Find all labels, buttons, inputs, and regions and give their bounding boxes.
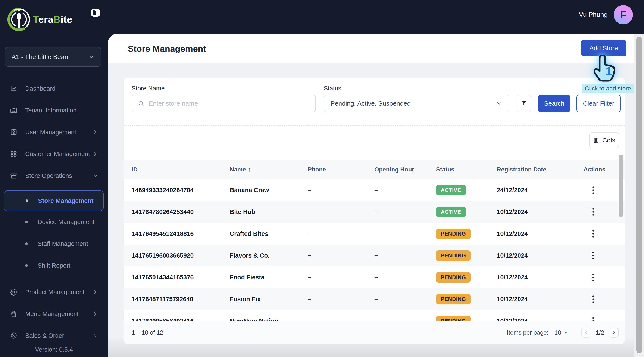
filter-separator (124, 126, 625, 126)
sidebar-item-customer-management[interactable]: Customer Management (0, 143, 108, 165)
cell-opening-hour: – (374, 317, 436, 321)
cell-registration-date: 10/12/2024 (497, 208, 584, 215)
cell-phone: – (308, 230, 374, 237)
sidebar-item-device-management[interactable]: Device Management (0, 211, 108, 233)
percent-icon (10, 332, 18, 339)
col-header-phone[interactable]: Phone (308, 166, 374, 173)
table-row: 141765014344165376Food Fiesta––PENDING10… (124, 266, 625, 288)
col-header-name[interactable]: Name↑ (230, 166, 308, 173)
items-per-page-select[interactable]: 10 ▼ (554, 329, 568, 336)
window-scrollbar-track[interactable] (634, 34, 644, 357)
chevron-right-icon (92, 289, 98, 295)
window-scrollbar-thumb[interactable] (636, 37, 642, 353)
sidebar-item-staff-management[interactable]: Staff Management (0, 233, 108, 255)
chevron-right-icon (92, 129, 98, 135)
columns-button[interactable]: Cols (589, 132, 619, 148)
bag-icon (10, 310, 18, 318)
sidebar-item-store-operations[interactable]: Store Operations (0, 165, 108, 187)
table-scrollbar[interactable] (618, 155, 623, 217)
search-button[interactable]: Search (538, 95, 570, 112)
row-actions-button[interactable] (584, 184, 602, 196)
status-badge: PENDING (436, 316, 470, 321)
columns-icon (593, 137, 599, 143)
cell-phone: – (308, 252, 374, 259)
sidebar-item-menu-management[interactable]: Menu Management (0, 303, 108, 325)
cell-status: PENDING (436, 294, 497, 304)
topbar-user[interactable]: Vu Phung F (579, 5, 633, 24)
store-selector-value: A1 - The Little Bean (12, 53, 88, 61)
cell-phone: – (308, 187, 374, 194)
cell-id: 141764780264253440 (132, 208, 230, 215)
store-table-card: Store Name Enter store name Status Pendi… (124, 78, 625, 344)
cell-status: PENDING (436, 228, 497, 239)
table-row: 146949333240264704Banana Craw––ACTIVE24/… (124, 179, 625, 201)
col-header-opening-hour[interactable]: Opening Hour (374, 166, 436, 173)
cell-opening-hour: – (374, 274, 436, 281)
row-actions-button[interactable] (584, 206, 602, 218)
avatar[interactable]: F (614, 5, 633, 24)
previous-page-button[interactable] (581, 328, 592, 337)
table-row: 141764954512418816Crafted Bites––PENDING… (124, 223, 625, 245)
cell-name: Bite Hub (230, 208, 308, 215)
row-actions-button[interactable] (584, 293, 602, 305)
grid-icon (10, 150, 18, 158)
cell-id: 146949333240264704 (132, 187, 230, 194)
cell-phone: – (308, 208, 374, 215)
sidebar-item-tenant-information[interactable]: Tenant Information (0, 99, 108, 121)
col-header-registration-date[interactable]: Registration Date (497, 166, 584, 173)
status-badge: PENDING (436, 272, 470, 283)
cell-id: 141765014344165376 (132, 274, 230, 281)
cell-opening-hour: – (374, 230, 436, 237)
row-actions-button[interactable] (584, 315, 602, 321)
status-badge: PENDING (436, 228, 470, 239)
sidebar-item-product-management[interactable]: Product Management (0, 281, 108, 303)
cell-status: ACTIVE (436, 207, 497, 217)
filter-button[interactable] (517, 95, 531, 112)
app-version: Version: 0.5.4 (0, 346, 108, 353)
table-footer: 1 – 10 of 12 Items per page: 10 ▼ 1/2 (124, 321, 625, 344)
cell-name: NomNom Nation (230, 317, 308, 321)
cell-opening-hour: – (374, 187, 436, 194)
table-row: 141764780264253440Bite Hub––ACTIVE10/12/… (124, 201, 625, 223)
range-text: 1 – 10 of 12 (132, 329, 163, 336)
store-name-input[interactable]: Enter store name (132, 95, 316, 112)
chart-icon (10, 85, 18, 92)
status-label: Status (324, 85, 341, 92)
sidebar-collapse-button[interactable] (90, 8, 101, 18)
next-page-button[interactable] (608, 328, 619, 337)
chevron-left-icon (584, 330, 589, 335)
bullet-icon (25, 242, 28, 245)
chevron-down-icon (496, 100, 502, 107)
row-actions-button[interactable] (584, 271, 602, 283)
row-actions-button[interactable] (584, 250, 602, 261)
cell-registration-date: 10/12/2024 (497, 230, 584, 237)
table-row: 141765196003665920Flavors & Co.––PENDING… (124, 245, 625, 266)
sidebar-nav: DashboardTenant InformationUser Manageme… (0, 78, 108, 346)
store-selector-dropdown[interactable]: A1 - The Little Bean (5, 47, 101, 67)
tenant-icon (10, 107, 18, 114)
sort-ascending-icon: ↑ (248, 166, 251, 173)
sidebar-item-store-management[interactable]: Store Management (4, 190, 104, 211)
clear-filter-button[interactable]: Clear Filter (576, 95, 621, 112)
col-header-id[interactable]: ID (132, 166, 230, 173)
brand-name: TeraBite (33, 14, 72, 25)
status-select[interactable]: Pending, Active, Suspended (324, 95, 510, 112)
user-icon (10, 128, 18, 136)
cell-id: 141764871175792640 (132, 296, 230, 303)
table-row: 141764871175792640Fusion Fix––PENDING10/… (124, 288, 625, 310)
sidebar-item-sales-order[interactable]: Sales & Order (0, 325, 108, 346)
cell-id: 141765196003665920 (132, 252, 230, 259)
cell-registration-date: 10/12/2024 (497, 274, 584, 281)
sidebar-item-user-management[interactable]: User Management (0, 121, 108, 143)
status-badge: PENDING (436, 294, 470, 304)
sidebar-item-dashboard[interactable]: Dashboard (0, 78, 108, 99)
chevron-right-icon (92, 151, 98, 157)
user-name: Vu Phung (579, 11, 608, 19)
click-cursor-annotation: 1 (594, 53, 621, 85)
sidebar-item-shift-report[interactable]: Shift Report (0, 255, 108, 276)
page-title: Store Management (128, 44, 206, 54)
status-badge: ACTIVE (436, 185, 466, 195)
cell-id: 141764954512418816 (132, 230, 230, 237)
row-actions-button[interactable] (584, 228, 602, 240)
col-header-status[interactable]: Status (436, 166, 497, 173)
